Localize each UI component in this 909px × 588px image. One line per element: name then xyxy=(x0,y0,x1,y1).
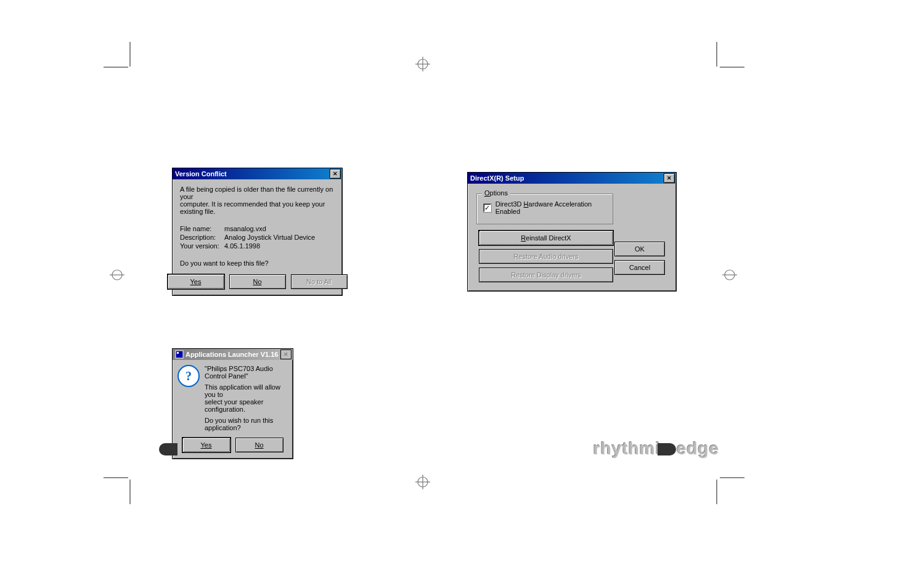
checkbox-label: Direct3D Hardware Acceleration Enabled xyxy=(495,200,606,215)
close-icon: ✕ xyxy=(280,349,291,359)
checkbox-icon: ✓ xyxy=(483,203,492,213)
ok-button[interactable]: OK xyxy=(614,242,665,256)
titlebar: Version Conflict ✕ xyxy=(173,168,342,179)
page-number-pill-right xyxy=(658,443,676,455)
restore-display-button: Restore Display drivers xyxy=(479,267,613,282)
window-title: DirectX(R) Setup xyxy=(470,173,662,184)
cancel-button[interactable]: Cancel xyxy=(614,260,665,275)
run-prompt: Do you wish to run this application? xyxy=(205,417,287,431)
no-button[interactable]: No xyxy=(235,438,283,452)
keep-file-prompt: Do you want to keep this file? xyxy=(180,259,335,267)
brand-logo: rhythmic edge xyxy=(593,439,719,459)
message-line-1: A file being copied is older than the fi… xyxy=(180,186,335,200)
app-name-line: "Philips PSC703 Audio Control Panel" xyxy=(205,365,287,380)
svg-rect-11 xyxy=(177,352,179,354)
reinstall-directx-button[interactable]: Reinstall DirectX xyxy=(479,231,613,245)
directx-setup-dialog: DirectX(R) Setup ✕ Options ✓ Direct3D Ha… xyxy=(467,172,677,292)
titlebar: DirectX(R) Setup ✕ xyxy=(468,173,676,184)
version-conflict-dialog: Version Conflict ✕ A file being copied i… xyxy=(172,168,343,296)
description-value: Analog Joystick Virtual Device xyxy=(224,234,315,241)
svg-point-5 xyxy=(725,270,735,280)
window-title: Applications Launcher V1.16 xyxy=(185,349,279,360)
svg-point-7 xyxy=(418,477,428,487)
your-version-label: Your version: xyxy=(180,242,224,250)
yes-button[interactable]: Yes xyxy=(182,438,230,452)
svg-point-0 xyxy=(418,59,428,69)
your-version-value: 4.05.1.1998 xyxy=(224,242,260,250)
page-number-pill-left xyxy=(159,443,177,455)
file-name-label: File name: xyxy=(180,225,224,232)
restore-audio-button: Restore Audio drivers xyxy=(479,249,613,264)
applications-launcher-dialog: Applications Launcher V1.16 ✕ ? "Philips… xyxy=(172,348,293,459)
app-desc-line-2: select your speaker configuration. xyxy=(205,398,287,413)
window-title: Version Conflict xyxy=(175,168,328,179)
options-legend: ptions xyxy=(490,189,508,197)
no-button[interactable]: No xyxy=(229,274,286,289)
svg-rect-10 xyxy=(176,351,183,358)
question-icon: ? xyxy=(177,365,200,431)
svg-point-3 xyxy=(112,270,122,280)
description-label: Description: xyxy=(180,234,224,241)
app-desc-line-1: This application will allow you to xyxy=(205,383,287,398)
message-line-2: computer. It is recommended that you kee… xyxy=(180,200,335,215)
options-group: Options ✓ Direct3D Hardware Acceleration… xyxy=(476,194,613,224)
close-icon[interactable]: ✕ xyxy=(664,173,675,183)
no-to-all-button: No to All xyxy=(291,274,348,289)
app-icon xyxy=(175,350,184,359)
close-icon[interactable]: ✕ xyxy=(330,169,341,179)
d3d-hw-accel-checkbox[interactable]: ✓ Direct3D Hardware Acceleration Enabled xyxy=(483,200,606,215)
yes-button[interactable]: Yes xyxy=(168,274,224,289)
file-name-value: msanalog.vxd xyxy=(224,225,266,232)
titlebar: Applications Launcher V1.16 ✕ xyxy=(173,349,293,360)
